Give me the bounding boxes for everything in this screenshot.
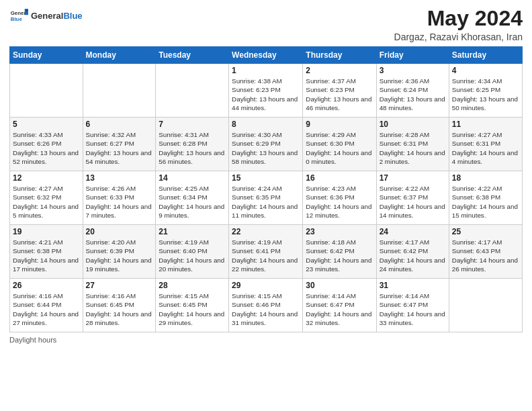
day-info: Sunrise: 4:26 AM Sunset: 6:33 PM Dayligh… xyxy=(86,184,153,220)
daylight-hours-label: Daylight hours xyxy=(9,336,56,344)
day-info: Sunrise: 4:16 AM Sunset: 6:44 PM Dayligh… xyxy=(13,291,80,327)
day-info: Sunrise: 4:14 AM Sunset: 6:47 PM Dayligh… xyxy=(306,291,373,327)
calendar-day-cell: 30Sunrise: 4:14 AM Sunset: 6:47 PM Dayli… xyxy=(303,279,376,332)
calendar-day-cell: 28Sunrise: 4:15 AM Sunset: 6:45 PM Dayli… xyxy=(156,279,229,332)
calendar-day-cell: 17Sunrise: 4:22 AM Sunset: 6:37 PM Dayli… xyxy=(376,171,449,225)
day-info: Sunrise: 4:17 AM Sunset: 6:42 PM Dayligh… xyxy=(380,238,446,273)
footer: Daylight hours xyxy=(9,336,523,344)
day-number: 31 xyxy=(380,281,446,290)
day-number: 12 xyxy=(13,173,80,183)
day-info: Sunrise: 4:29 AM Sunset: 6:30 PM Dayligh… xyxy=(306,130,373,166)
calendar-day-cell: 12Sunrise: 4:27 AM Sunset: 6:32 PM Dayli… xyxy=(10,171,83,225)
calendar-day-cell: 3Sunrise: 4:36 AM Sunset: 6:24 PM Daylig… xyxy=(376,64,449,118)
calendar-day-cell: 7Sunrise: 4:31 AM Sunset: 6:28 PM Daylig… xyxy=(156,118,229,171)
day-info: Sunrise: 4:27 AM Sunset: 6:31 PM Dayligh… xyxy=(452,130,519,166)
day-info: Sunrise: 4:22 AM Sunset: 6:38 PM Dayligh… xyxy=(452,184,519,220)
day-info: Sunrise: 4:37 AM Sunset: 6:23 PM Dayligh… xyxy=(306,77,373,112)
calendar-week-row: 5Sunrise: 4:33 AM Sunset: 6:26 PM Daylig… xyxy=(10,118,523,171)
header: General Blue GeneralBlue May 2024 Dargaz… xyxy=(9,7,523,42)
day-info: Sunrise: 4:22 AM Sunset: 6:37 PM Dayligh… xyxy=(380,184,446,220)
calendar-table: SundayMondayTuesdayWednesdayThursdayFrid… xyxy=(9,46,523,332)
calendar-day-cell: 19Sunrise: 4:21 AM Sunset: 6:38 PM Dayli… xyxy=(10,225,83,279)
day-info: Sunrise: 4:15 AM Sunset: 6:45 PM Dayligh… xyxy=(159,291,226,327)
day-header-wednesday: Wednesday xyxy=(229,47,303,64)
logo-icon: General Blue xyxy=(9,7,28,26)
day-number: 16 xyxy=(306,173,373,183)
logo-blue: Blue xyxy=(63,11,82,21)
day-number: 10 xyxy=(380,120,446,129)
day-header-tuesday: Tuesday xyxy=(156,47,229,64)
day-number: 18 xyxy=(452,173,519,183)
calendar-day-cell: 14Sunrise: 4:25 AM Sunset: 6:34 PM Dayli… xyxy=(156,171,229,225)
calendar-day-cell: 11Sunrise: 4:27 AM Sunset: 6:31 PM Dayli… xyxy=(449,118,522,171)
day-info: Sunrise: 4:15 AM Sunset: 6:46 PM Dayligh… xyxy=(232,291,300,327)
day-number: 11 xyxy=(452,120,519,129)
calendar-day-cell xyxy=(10,64,83,118)
day-number: 17 xyxy=(380,173,446,183)
calendar-day-cell: 26Sunrise: 4:16 AM Sunset: 6:44 PM Dayli… xyxy=(10,279,83,332)
calendar-week-row: 1Sunrise: 4:38 AM Sunset: 6:23 PM Daylig… xyxy=(10,64,523,118)
day-number: 20 xyxy=(86,227,153,236)
day-number: 3 xyxy=(380,66,446,75)
day-info: Sunrise: 4:31 AM Sunset: 6:28 PM Dayligh… xyxy=(159,130,226,166)
calendar-day-cell: 10Sunrise: 4:28 AM Sunset: 6:31 PM Dayli… xyxy=(376,118,449,171)
day-header-monday: Monday xyxy=(83,47,156,64)
day-number: 30 xyxy=(306,281,373,290)
logo: General Blue GeneralBlue xyxy=(9,7,83,26)
day-number: 19 xyxy=(13,227,80,236)
calendar-day-cell: 6Sunrise: 4:32 AM Sunset: 6:27 PM Daylig… xyxy=(83,118,156,171)
day-number: 24 xyxy=(380,227,446,236)
day-info: Sunrise: 4:18 AM Sunset: 6:42 PM Dayligh… xyxy=(306,238,373,273)
calendar-day-cell: 23Sunrise: 4:18 AM Sunset: 6:42 PM Dayli… xyxy=(303,225,376,279)
calendar-day-cell: 15Sunrise: 4:24 AM Sunset: 6:35 PM Dayli… xyxy=(229,171,303,225)
day-number: 2 xyxy=(306,66,373,75)
calendar-day-cell: 9Sunrise: 4:29 AM Sunset: 6:30 PM Daylig… xyxy=(303,118,376,171)
page: General Blue GeneralBlue May 2024 Dargaz… xyxy=(0,0,532,411)
day-header-friday: Friday xyxy=(376,47,449,64)
calendar-day-cell xyxy=(83,64,156,118)
day-info: Sunrise: 4:19 AM Sunset: 6:40 PM Dayligh… xyxy=(159,238,226,273)
day-number: 14 xyxy=(159,173,226,183)
day-info: Sunrise: 4:17 AM Sunset: 6:43 PM Dayligh… xyxy=(452,238,519,273)
day-number: 9 xyxy=(306,120,373,129)
calendar-day-cell xyxy=(449,279,522,332)
day-number: 5 xyxy=(13,120,80,129)
calendar-day-cell: 29Sunrise: 4:15 AM Sunset: 6:46 PM Dayli… xyxy=(229,279,303,332)
day-number: 27 xyxy=(86,281,153,290)
calendar-day-cell xyxy=(156,64,229,118)
calendar-day-cell: 4Sunrise: 4:34 AM Sunset: 6:25 PM Daylig… xyxy=(449,64,522,118)
day-number: 4 xyxy=(452,66,519,75)
day-number: 15 xyxy=(232,173,300,183)
calendar-day-cell: 1Sunrise: 4:38 AM Sunset: 6:23 PM Daylig… xyxy=(229,64,303,118)
day-info: Sunrise: 4:30 AM Sunset: 6:29 PM Dayligh… xyxy=(232,130,300,166)
location-subtitle: Dargaz, Razavi Khorasan, Iran xyxy=(394,32,523,42)
day-info: Sunrise: 4:16 AM Sunset: 6:45 PM Dayligh… xyxy=(86,291,153,327)
day-number: 8 xyxy=(232,120,300,129)
logo-text: GeneralBlue xyxy=(31,11,83,21)
day-number: 29 xyxy=(232,281,300,290)
logo-general: General xyxy=(31,11,63,21)
day-number: 1 xyxy=(232,66,300,75)
month-title: May 2024 xyxy=(394,7,523,30)
calendar-header-row: SundayMondayTuesdayWednesdayThursdayFrid… xyxy=(10,47,523,64)
calendar-day-cell: 13Sunrise: 4:26 AM Sunset: 6:33 PM Dayli… xyxy=(83,171,156,225)
day-number: 23 xyxy=(306,227,373,236)
calendar-day-cell: 5Sunrise: 4:33 AM Sunset: 6:26 PM Daylig… xyxy=(10,118,83,171)
day-header-thursday: Thursday xyxy=(303,47,376,64)
day-info: Sunrise: 4:25 AM Sunset: 6:34 PM Dayligh… xyxy=(159,184,226,220)
calendar-day-cell: 25Sunrise: 4:17 AM Sunset: 6:43 PM Dayli… xyxy=(449,225,522,279)
calendar-day-cell: 27Sunrise: 4:16 AM Sunset: 6:45 PM Dayli… xyxy=(83,279,156,332)
day-info: Sunrise: 4:33 AM Sunset: 6:26 PM Dayligh… xyxy=(13,130,80,166)
svg-text:Blue: Blue xyxy=(11,16,23,22)
day-number: 26 xyxy=(13,281,80,290)
day-info: Sunrise: 4:19 AM Sunset: 6:41 PM Dayligh… xyxy=(232,238,300,273)
day-info: Sunrise: 4:36 AM Sunset: 6:24 PM Dayligh… xyxy=(380,77,446,112)
calendar-week-row: 26Sunrise: 4:16 AM Sunset: 6:44 PM Dayli… xyxy=(10,279,523,332)
day-number: 22 xyxy=(232,227,300,236)
day-info: Sunrise: 4:20 AM Sunset: 6:39 PM Dayligh… xyxy=(86,238,153,273)
calendar-day-cell: 22Sunrise: 4:19 AM Sunset: 6:41 PM Dayli… xyxy=(229,225,303,279)
calendar-day-cell: 16Sunrise: 4:23 AM Sunset: 6:36 PM Dayli… xyxy=(303,171,376,225)
day-info: Sunrise: 4:27 AM Sunset: 6:32 PM Dayligh… xyxy=(13,184,80,220)
day-number: 13 xyxy=(86,173,153,183)
day-number: 28 xyxy=(159,281,226,290)
